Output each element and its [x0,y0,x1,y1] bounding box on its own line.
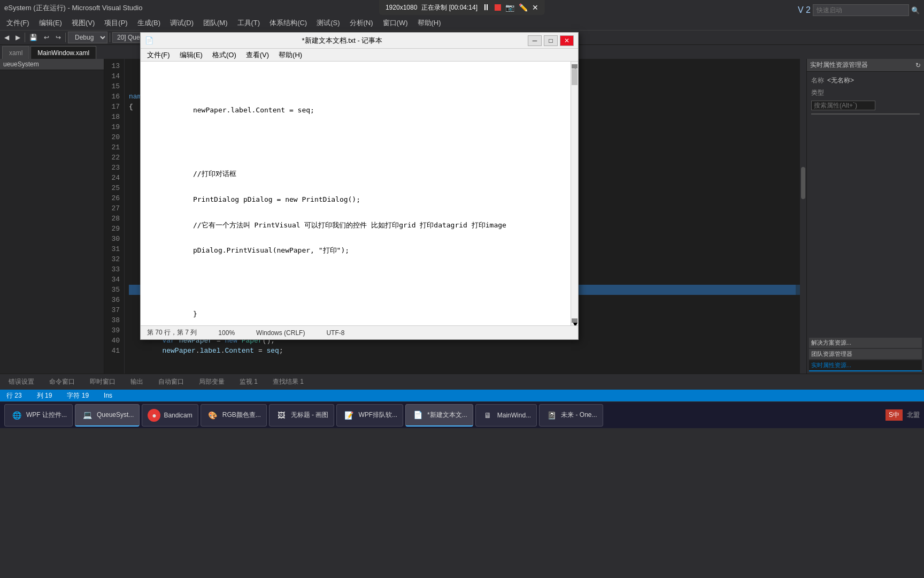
right-panel-title: 实时属性资源管理器 [810,60,868,70]
taskbar-item-notepad[interactable]: 📄 *新建文本文... [405,404,473,427]
menu-edit[interactable]: 编辑(E) [35,17,66,29]
taskbar-label-rgb: RGB颜色查... [222,410,261,420]
toolbar-back[interactable]: ◀ [2,33,11,42]
minimap [796,59,800,374]
taskbar-icon-bandicam: ● [148,409,160,422]
search-icon: 🔍 [911,6,920,14]
menu-view[interactable]: 视图(V) [67,17,99,29]
menu-window[interactable]: 窗口(W) [379,17,412,29]
status-char: 字符 19 [65,391,91,400]
pause-icon[interactable]: ⏸ [482,3,490,12]
notepad-window-controls: ─ □ ✕ [528,35,574,46]
close-record-icon[interactable]: ✕ [532,3,538,12]
notepad-statusbar: 第 70 行，第 7 列 100% Windows (CRLF) UTF-8 [141,325,578,339]
vs-title: eSystem (正在运行) - Microsoft Visual Studio [4,3,142,13]
notepad-menu-edit[interactable]: 编辑(E) [175,49,207,61]
status-line: 行 23 [4,391,24,400]
notepad-title: *新建文本文档.txt - 记事本 [157,36,528,45]
taskbar-label-bandicam: Bandicam [164,412,192,419]
taskbar-item-wpfqueue[interactable]: 📝 WPF排队软... [336,404,403,427]
notepad-maximize-btn[interactable]: □ [544,35,558,46]
menu-tools[interactable]: 工具(T) [233,17,265,29]
menu-file[interactable]: 文件(F) [2,17,34,29]
bottom-tab-immediate[interactable]: 即时窗口 [86,376,120,387]
pen-icon[interactable]: ✏️ [519,3,528,12]
taskbar-item-onenote[interactable]: 📓 未来 - One... [539,404,603,427]
solution-explorer-tab[interactable]: 解决方案资源... [809,338,922,348]
ime-indicator[interactable]: S中 [886,409,903,421]
bottom-tab-error[interactable]: 错误设置 [4,376,38,387]
bottom-tab-command[interactable]: 命令窗口 [45,376,79,387]
notepad-titlebar: 📄 *新建文本文档.txt - 记事本 ─ □ ✕ [141,33,578,49]
menu-project[interactable]: 项目(P) [100,17,132,29]
notepad-scroll-thumb[interactable] [572,69,578,85]
notepad-minimize-btn[interactable]: ─ [528,35,542,46]
screen-record-bar: 1920x1080 正在录制 [00:04:14] ⏸ 📷 ✏️ ✕ [379,0,545,15]
taskbar-label-wpf: WPF 让控件... [26,410,67,420]
vs-logo: V 2 [798,5,811,15]
camera-icon[interactable]: 📷 [505,3,514,12]
notepad-menu-file[interactable]: 文件(F) [143,49,174,61]
status-col: 列 19 [35,391,55,400]
toolbar-undo[interactable]: ↩ [42,33,51,42]
record-resolution: 1920x1080 [386,4,417,11]
menu-debug[interactable]: 调试(D) [166,17,198,29]
bottom-tab-watch[interactable]: 监视 1 [235,376,262,387]
debug-mode-select[interactable]: Debug [68,32,107,43]
taskbar-icon-paint: 🖼 [275,409,288,422]
notepad-scroll-down[interactable]: ▼ [572,318,578,323]
taskbar-item-rgb[interactable]: 🎨 RGB颜色查... [201,404,267,427]
taskbar-item-queuesys[interactable]: 💻 QueueSyst... [75,404,140,427]
right-panel-content: 名称 <无名称> 类型 [807,72,924,122]
quick-launch-input[interactable] [813,4,909,16]
taskbar-label-onenote: 未来 - One... [561,410,597,420]
editor-scrollbar[interactable] [800,59,806,374]
team-explorer-tab[interactable]: 团队资源管理器 [809,349,922,359]
menu-team[interactable]: 团队(M) [199,17,232,29]
tab-xaml[interactable]: xaml [2,46,29,59]
notepad-content-area[interactable]: newPaper.label.Content = seq; //打印对话框 Pr… [141,62,578,325]
tab-mainwindow-xaml[interactable]: MainWindow.xaml [30,46,96,59]
line-numbers: 1314151617 1819202122 2324252627 2829303… [104,59,125,374]
status-mode: Ins [102,392,114,399]
menu-architecture[interactable]: 体系结构(C) [265,17,311,29]
right-panel: 实时属性资源管理器 ↻ 名称 <无名称> 类型 解决方案资源... 团队资源管理… [806,59,924,374]
notepad-menu-help[interactable]: 帮助(H) [274,49,306,61]
right-panel-header: 实时属性资源管理器 ↻ [807,59,924,72]
toolbar-save-all[interactable]: 💾 [27,33,40,42]
stop-icon[interactable] [495,4,501,11]
vs-menubar: 文件(F) 编辑(E) 视图(V) 项目(P) 生成(B) 调试(D) 团队(M… [0,16,924,30]
notepad-menu-view[interactable]: 查看(V) [242,49,273,61]
realtime-properties-tab[interactable]: 实时属性资源... [809,360,922,371]
toolbar-redo[interactable]: ↪ [53,33,63,42]
notepad-encoding: UTF-8 [326,329,344,337]
bottom-tab-auto[interactable]: 自动窗口 [154,376,188,387]
taskbar-icon-queuesys: 💻 [81,408,94,421]
notepad-close-btn[interactable]: ✕ [560,35,574,46]
taskbar-item-mainwind[interactable]: 🖥 MainWind... [475,404,537,427]
notepad-text: newPaper.label.Content = seq; //打印对话框 Pr… [147,92,572,325]
notepad-menu-format[interactable]: 格式(O) [208,49,241,61]
toolbar-forward[interactable]: ▶ [13,33,22,42]
menu-analyze[interactable]: 分析(N) [345,17,378,29]
property-search-input[interactable] [811,101,875,110]
menu-help[interactable]: 帮助(H) [413,17,445,29]
taskbar-item-bandicam[interactable]: ● Bandicam [142,404,198,427]
taskbar-item-wpf[interactable]: 🌐 WPF 让控件... [4,404,73,427]
menu-build[interactable]: 生成(B) [133,17,165,29]
notepad-icon: 📄 [145,36,153,44]
taskbar-icon-onenote: 📓 [545,409,558,422]
taskbar-item-paint[interactable]: 🖼 无标题 - 画图 [269,404,335,427]
bottom-tab-locals[interactable]: 局部变量 [195,376,229,387]
name-field: 名称 <无名称> [811,76,920,85]
editor-scrollbar-thumb[interactable] [801,167,805,199]
menu-test[interactable]: 测试(S) [312,17,344,29]
bottom-tab-output[interactable]: 输出 [126,376,148,387]
notepad-scroll-up[interactable]: ▲ [572,64,578,69]
bottom-tab-findresults[interactable]: 查找结果 1 [268,376,308,387]
system-tray: S中 北盟 [886,409,920,421]
code-snippet-1: newPaper.label.Content = seq; [159,106,314,114]
notepad-scrollbar[interactable]: ▲ ▼ [571,62,578,325]
refresh-icon[interactable]: ↻ [915,62,921,69]
taskbar-label-paint: 无标题 - 画图 [291,410,329,420]
